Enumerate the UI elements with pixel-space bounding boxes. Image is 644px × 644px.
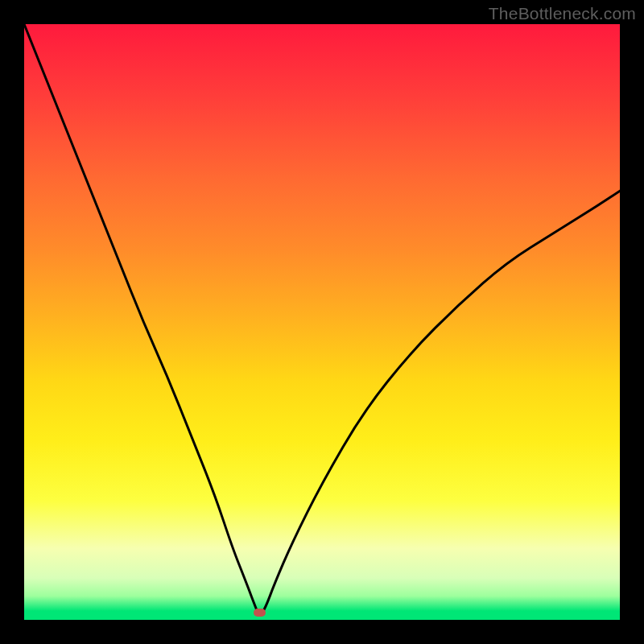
watermark-text: TheBottleneck.com — [489, 4, 636, 23]
plot-area — [24, 24, 620, 620]
chart-wrapper: TheBottleneck.com — [0, 0, 644, 644]
optimum-marker — [254, 609, 266, 617]
bottleneck-curve — [24, 24, 620, 620]
